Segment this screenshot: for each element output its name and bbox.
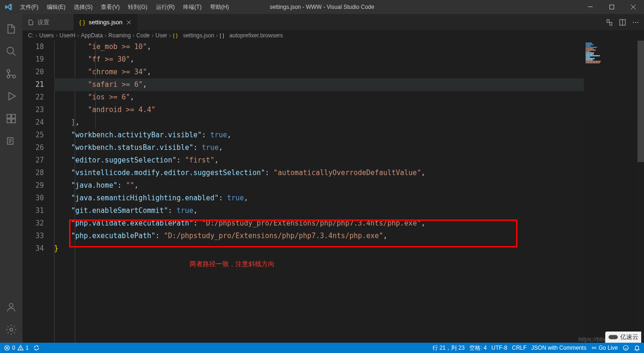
tabs-actions [601, 14, 644, 30]
breadcrumb-item: Users [39, 32, 54, 39]
titlebar: 文件(F) 编辑(E) 选择(S) 查看(V) 转到(G) 运行(R) 终端(T… [0, 0, 644, 14]
breadcrumbs[interactable]: C:› Users› UserH› AppData› Roaming› Code… [22, 30, 644, 41]
tab-settings-json[interactable]: { } settings.json [74, 14, 138, 30]
editor-area: 设置 { } settings.json C:› Users› UserH› A… [22, 14, 644, 343]
window-title: settings.json - WWW - Visual Studio Code [270, 4, 375, 10]
svg-rect-1 [610, 5, 614, 9]
svg-point-17 [10, 328, 13, 331]
close-icon[interactable] [125, 19, 133, 26]
svg-point-31 [623, 346, 629, 351]
menu-edit[interactable]: 编辑(E) [43, 1, 69, 13]
window-controls [580, 0, 644, 14]
menu-select[interactable]: 选择(S) [70, 1, 96, 13]
breadcrumb-item: C: [28, 32, 34, 39]
activity-debug[interactable] [0, 85, 22, 107]
status-problems[interactable]: 0 1 [4, 345, 28, 351]
status-eol[interactable]: CRLF [512, 345, 526, 351]
menu-terminal[interactable]: 终端(T) [179, 1, 205, 13]
window-close[interactable] [623, 0, 644, 14]
svg-point-23 [635, 22, 636, 23]
svg-point-16 [9, 304, 13, 307]
svg-point-5 [13, 75, 15, 78]
tab-settings-ui[interactable]: 设置 [22, 14, 74, 30]
svg-rect-0 [588, 7, 593, 7]
tab-label: 设置 [37, 18, 50, 27]
annotation-text: 两者路径一致，注意斜线方向 [190, 260, 275, 268]
window-maximize[interactable] [601, 0, 623, 14]
activity-explorer[interactable] [0, 18, 22, 40]
breadcrumb-item: UserH [59, 32, 75, 39]
status-language[interactable]: JSON with Comments [531, 345, 587, 351]
activity-settings[interactable] [0, 318, 22, 341]
svg-point-24 [637, 22, 638, 23]
line-numbers: 1819202122232425262728293031323334 [22, 41, 54, 343]
editor-scrollbar[interactable] [637, 41, 644, 343]
watermark-brand: 亿速云 [605, 332, 641, 343]
breadcrumb-item: { } settings.json [173, 32, 214, 39]
minimap[interactable]: ████████████████████████████████████████… [584, 41, 637, 343]
breadcrumb-item: [ ] autoprefixer.browsers [220, 32, 283, 39]
tab-label: settings.json [89, 19, 122, 26]
status-encoding[interactable]: UTF-8 [491, 345, 507, 351]
activity-custom[interactable] [0, 130, 22, 152]
breadcrumb-item: AppData [81, 32, 103, 39]
status-cursor[interactable]: 行 21，列 23 [432, 344, 465, 352]
breadcrumb-item: Code [136, 32, 150, 39]
code-content[interactable]: "ie_mob >= 10", "ff >= 30", "chrome >= 3… [54, 41, 644, 343]
svg-rect-18 [607, 20, 609, 22]
status-bell[interactable] [634, 345, 640, 351]
status-sync[interactable] [33, 345, 40, 351]
svg-point-2 [7, 47, 14, 54]
json-icon: { } [78, 19, 86, 26]
tabs-bar: 设置 { } settings.json [22, 14, 644, 30]
svg-point-29 [20, 349, 21, 350]
statusbar: 0 1 行 21，列 23 空格: 4 UTF-8 CRLF JSON with… [0, 343, 644, 353]
svg-rect-10 [7, 119, 11, 123]
window-minimize[interactable] [580, 0, 601, 14]
more-icon[interactable] [632, 19, 639, 26]
svg-rect-19 [610, 22, 612, 25]
svg-point-4 [7, 70, 10, 72]
menu-run[interactable]: 运行(R) [152, 1, 179, 13]
menu-help[interactable]: 帮助(H) [206, 1, 233, 13]
breadcrumb-item: User [156, 32, 167, 39]
activity-search[interactable] [0, 40, 22, 63]
file-icon [27, 19, 35, 26]
scrollbar-thumb[interactable] [637, 41, 644, 162]
svg-rect-9 [12, 114, 15, 118]
breadcrumb-item: Roaming [108, 32, 131, 39]
svg-point-22 [633, 22, 634, 23]
svg-point-30 [593, 347, 594, 349]
menu-file[interactable]: 文件(F) [16, 1, 42, 13]
activity-extensions[interactable] [0, 107, 22, 130]
svg-line-3 [13, 53, 15, 56]
svg-point-6 [7, 75, 10, 78]
svg-rect-8 [7, 114, 11, 118]
compare-icon[interactable] [606, 19, 613, 26]
activity-account[interactable] [0, 296, 22, 318]
svg-rect-11 [12, 119, 15, 123]
activity-bar [0, 14, 22, 343]
activity-scm[interactable] [0, 63, 22, 85]
svg-marker-7 [9, 92, 15, 100]
status-spaces[interactable]: 空格: 4 [469, 344, 487, 352]
split-editor-icon[interactable] [619, 19, 626, 26]
status-golive[interactable]: Go Live [591, 345, 618, 351]
menu-goto[interactable]: 转到(G) [124, 1, 151, 13]
vscode-icon [0, 3, 16, 11]
status-feedback[interactable] [623, 345, 629, 351]
editor-body[interactable]: 1819202122232425262728293031323334 "ie_m… [22, 41, 644, 343]
menubar: 文件(F) 编辑(E) 选择(S) 查看(V) 转到(G) 运行(R) 终端(T… [16, 1, 233, 13]
menu-view[interactable]: 查看(V) [97, 1, 123, 13]
